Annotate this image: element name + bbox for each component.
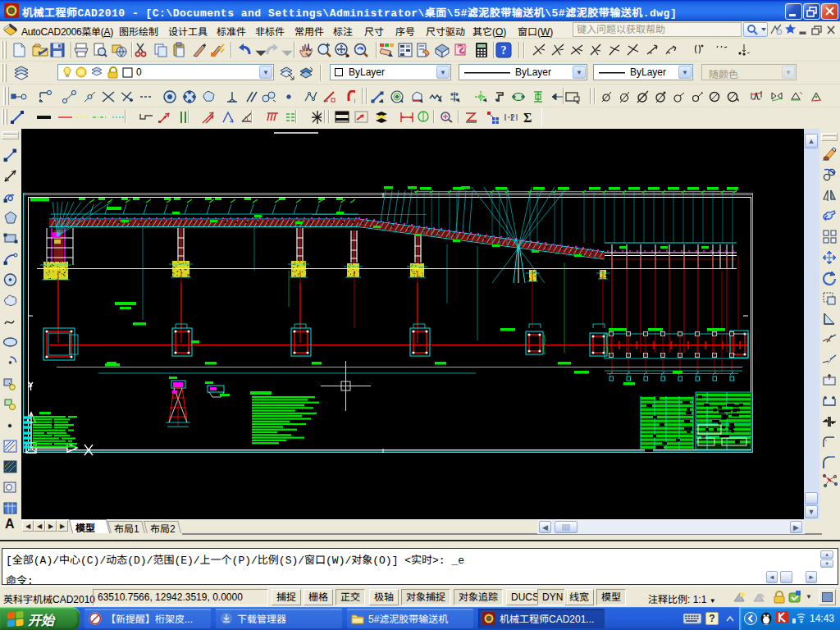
svg-text:2: 2 — [510, 113, 515, 122]
svg-text:Σ: Σ — [523, 111, 532, 125]
svg-text:?: ? — [501, 44, 507, 57]
